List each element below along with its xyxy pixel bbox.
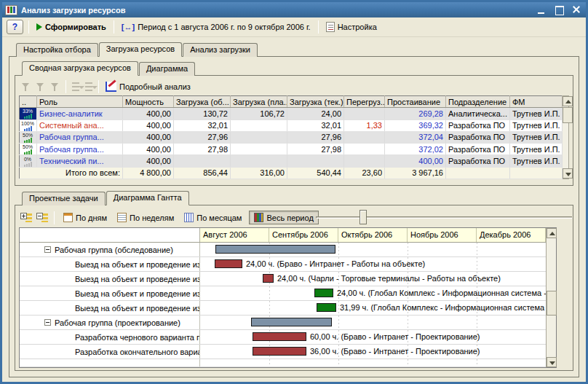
collapse-icon[interactable] — [44, 319, 51, 326]
gantt-row[interactable]: Выезд на объект и проведение измерений 3… — [20, 301, 546, 316]
cell-overload[interactable] — [344, 131, 385, 143]
cell-overload[interactable] — [344, 155, 385, 167]
cell-load-current[interactable]: 24,00 — [287, 108, 344, 119]
cell-department[interactable]: Разработка ПО — [446, 155, 510, 167]
col-header-role[interactable]: Роль — [37, 96, 123, 108]
col-header-load-total[interactable]: Загрузка (об... — [174, 96, 231, 108]
minimize-button[interactable] — [535, 4, 548, 15]
expand-all-icon[interactable] — [20, 213, 32, 223]
help-button[interactable]: ? — [7, 20, 23, 34]
cell-idle[interactable]: 269,28 — [385, 108, 446, 119]
table-row[interactable]: 33% Бизнес-аналитик 400,00 130,72 106,72… — [20, 108, 563, 119]
load-percent-icon[interactable]: 50% — [20, 144, 37, 155]
gantt-row[interactable]: Разработка чернового варианта проекта 60… — [20, 330, 546, 345]
gantt-row[interactable]: Выезд на объект и проведение измерений 2… — [20, 257, 546, 272]
gantt-task-name[interactable]: Выезд на объект и проведение измерений — [20, 301, 200, 315]
cell-overload[interactable]: 1,33 — [344, 119, 385, 131]
load-percent-icon[interactable]: 0% — [20, 155, 37, 167]
cell-power[interactable]: 400,00 — [123, 131, 174, 143]
cell-role[interactable]: Рабочая группа... — [37, 144, 123, 155]
cell-load-plan[interactable] — [231, 119, 287, 131]
cell-load-total[interactable] — [174, 155, 231, 167]
load-percent-icon[interactable]: 33% — [20, 108, 37, 119]
cell-load-total[interactable]: 130,72 — [174, 108, 231, 119]
cell-power[interactable]: 400,00 — [123, 155, 174, 167]
tab-gantt-diagram[interactable]: Диаграмма Гантта — [106, 191, 189, 205]
whole-period-button[interactable]: Весь период — [249, 211, 318, 224]
gantt-task-name[interactable]: Разработка чернового варианта проекта — [20, 330, 200, 344]
cell-load-plan[interactable] — [231, 131, 287, 143]
cell-load-plan[interactable] — [231, 155, 287, 167]
table-scrollbar[interactable] — [563, 95, 569, 179]
by-months-button[interactable]: По месяцам — [181, 211, 245, 224]
table-row[interactable]: 100% Системный ана... 400,00 32,01 32,01… — [20, 119, 563, 131]
maximize-button[interactable] — [552, 4, 565, 15]
col-header-icon[interactable]: .. — [20, 96, 37, 108]
cell-fm[interactable]: Трутнев И.П. — [510, 155, 563, 167]
clear-filter-icon[interactable] — [49, 82, 61, 93]
gantt-task-name[interactable]: Выезд на объект и проведение измерений — [20, 286, 200, 300]
gantt-month-october[interactable]: Октябрь 2006 — [338, 228, 408, 242]
table-row[interactable]: 50% Рабочая группа... 400,00 27,98 27,98… — [20, 144, 563, 155]
cell-idle[interactable]: 372,02 — [385, 144, 446, 155]
gantt-bar-task[interactable] — [253, 332, 306, 341]
gantt-row[interactable]: Разработка окончательного варианта 36,00… — [20, 345, 546, 359]
tab-load-analysis[interactable]: Анализ загрузки — [183, 43, 258, 57]
cell-load-plan[interactable]: 106,72 — [231, 108, 287, 119]
cell-department[interactable]: Аналитическа... — [446, 108, 510, 119]
cell-load-current[interactable]: 27,96 — [287, 131, 344, 143]
cell-fm[interactable]: Трутнев И.П. — [510, 131, 563, 143]
sort-desc-icon[interactable] — [85, 82, 92, 92]
cell-role[interactable]: Системный ана... — [37, 119, 123, 131]
scroll-up-icon[interactable] — [563, 96, 573, 106]
filter-by-value-icon[interactable] — [35, 82, 47, 93]
gantt-bar-group[interactable] — [215, 245, 335, 254]
generate-button[interactable]: Сформировать — [34, 22, 108, 32]
tab-resource-load[interactable]: Загрузка ресурсов — [99, 42, 182, 57]
cell-department[interactable]: Разработка ПО — [446, 144, 510, 155]
detailed-analysis-button[interactable]: Подробный анализ — [103, 81, 193, 93]
cell-power[interactable]: 400,00 — [123, 144, 174, 155]
cell-load-total[interactable]: 27,98 — [174, 144, 231, 155]
tab-filter-settings[interactable]: Настройка отбора — [16, 43, 98, 57]
col-header-idle[interactable]: Простаивание — [385, 96, 446, 108]
cell-fm[interactable]: Трутнев И.П. — [510, 144, 563, 155]
gantt-row[interactable]: Выезд на объект и проведение измерений 2… — [20, 272, 546, 286]
cell-fm[interactable]: Трутнев И.П. — [510, 119, 563, 131]
gantt-group-name[interactable]: Рабочая группа (обследование) — [20, 243, 200, 256]
gantt-scrollbar[interactable] — [546, 228, 556, 367]
cell-role[interactable]: Рабочая группа... — [37, 131, 123, 143]
gantt-task-name[interactable]: Выезд на объект и проведение измерений — [20, 272, 200, 286]
cell-fm[interactable]: Трутнев И.П. — [510, 108, 563, 119]
cell-department[interactable]: Разработка ПО — [446, 131, 510, 143]
load-percent-icon[interactable]: 50% — [20, 131, 37, 143]
zoom-slider-handle[interactable] — [359, 210, 367, 224]
col-header-department[interactable]: Подразделение — [446, 96, 510, 108]
tab-diagram[interactable]: Диаграмма — [139, 62, 195, 76]
scroll-thumb[interactable] — [563, 107, 573, 123]
cell-load-current[interactable]: 32,01 — [287, 119, 344, 131]
col-header-overload[interactable]: Перегруз... — [344, 96, 385, 108]
scroll-thumb[interactable] — [547, 291, 557, 316]
cell-role[interactable]: Технический пи... — [37, 155, 123, 167]
gantt-month-august[interactable]: Август 2006 — [200, 228, 269, 242]
gantt-month-november[interactable]: Ноябрь 2006 — [408, 228, 477, 242]
gantt-month-december[interactable]: Декабрь 2006 — [477, 228, 546, 242]
collapse-all-icon[interactable] — [36, 213, 48, 223]
cell-idle[interactable]: 372,04 — [385, 131, 446, 143]
collapse-icon[interactable] — [44, 246, 51, 253]
cell-department[interactable]: Разработка ПО — [446, 119, 510, 131]
gantt-bar-task[interactable] — [317, 303, 336, 312]
cell-load-plan[interactable] — [231, 144, 287, 155]
by-days-button[interactable]: По дням — [60, 211, 110, 224]
gantt-task-name[interactable]: Выезд на объект и проведение измерений — [20, 257, 200, 271]
filter-icon[interactable] — [20, 82, 32, 93]
cell-power[interactable]: 400,00 — [123, 108, 174, 119]
table-row[interactable]: 50% Рабочая группа... 400,00 27,96 27,96… — [20, 131, 563, 143]
gantt-row[interactable]: Рабочая группа (обследование) — [20, 243, 546, 257]
col-header-power[interactable]: Мощность — [123, 96, 174, 108]
settings-button[interactable]: Настройка — [324, 21, 379, 33]
scroll-up-icon[interactable] — [547, 228, 557, 238]
col-header-load-plan[interactable]: Загрузка (пла... — [231, 96, 287, 108]
cell-load-total[interactable]: 27,96 — [174, 131, 231, 143]
